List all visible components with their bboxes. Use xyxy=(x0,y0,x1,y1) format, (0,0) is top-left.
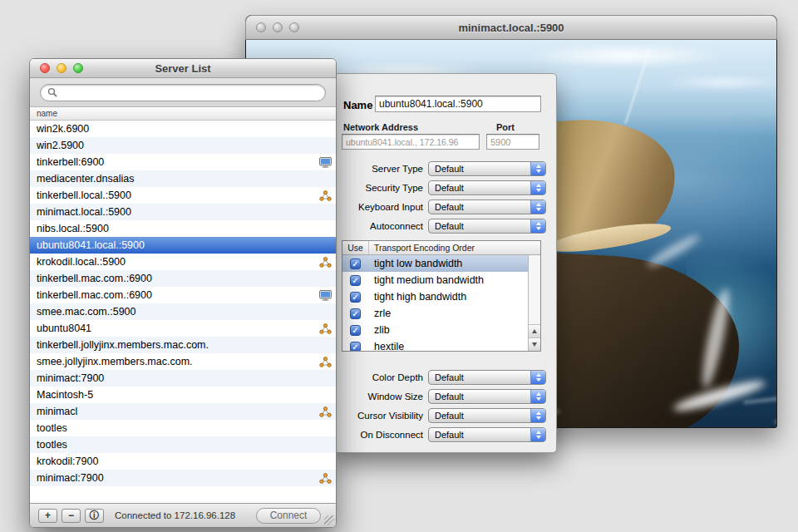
server-row[interactable]: ubuntu8041.local.:5900 xyxy=(30,237,336,254)
close-button[interactable] xyxy=(256,22,266,32)
server-row[interactable]: minimact:7900 xyxy=(30,370,336,387)
encoding-row[interactable]: tight high bandwidth xyxy=(342,288,528,305)
server-row[interactable]: tinkerbell.jollyjinx.members.mac.com. xyxy=(30,337,336,353)
close-button[interactable] xyxy=(40,63,50,73)
encodings-scrollbar[interactable] xyxy=(528,255,540,351)
popup-arrows-icon xyxy=(530,181,545,195)
popup-arrows-icon xyxy=(530,409,545,422)
server-row[interactable]: smee.mac.com.:5900 xyxy=(30,303,336,320)
encoding-label: zrle xyxy=(374,308,391,319)
zoom-button[interactable] xyxy=(73,63,83,73)
setting-label: Color Depth xyxy=(335,372,423,382)
network-address-label: Network Address xyxy=(343,122,418,132)
server-row[interactable]: Macintosh-5 xyxy=(30,387,336,403)
server-row[interactable]: smee.jollyjinx.members.mac.com. xyxy=(30,353,336,370)
server-name: minimacl:7900 xyxy=(37,472,104,484)
encoding-row[interactable]: tight low bandwidth xyxy=(342,255,528,272)
minimize-button[interactable] xyxy=(57,63,66,73)
encoding-row[interactable]: tight medium bandwidth xyxy=(342,272,528,288)
server-row[interactable]: win2.5900 xyxy=(30,137,336,154)
name-label: Name xyxy=(343,99,372,111)
popup-value: Default xyxy=(429,181,530,195)
encoding-checkbox[interactable] xyxy=(350,259,361,269)
server-row[interactable]: ubuntu8041 xyxy=(30,320,336,337)
whitecap xyxy=(743,393,776,403)
name-field[interactable] xyxy=(375,96,541,112)
server-list-toolbar: + − ⓘ Connected to 172.16.96.128 Connect xyxy=(30,503,336,527)
encoding-row[interactable]: zrle xyxy=(342,305,528,322)
server-row[interactable]: tootles xyxy=(30,420,336,436)
server-list-title: Server List xyxy=(155,62,210,75)
setting-popup[interactable]: Default xyxy=(428,370,546,385)
minimize-button[interactable] xyxy=(273,22,283,32)
setting-label: Autoconnect xyxy=(335,221,423,231)
zoom-button[interactable] xyxy=(289,22,299,32)
port-field[interactable] xyxy=(486,134,539,150)
network-address-field[interactable] xyxy=(342,134,480,150)
encoding-checkbox[interactable] xyxy=(350,308,361,319)
order-column-header: Transport Encoding Order xyxy=(369,241,540,254)
setting-popup[interactable]: Default xyxy=(428,180,546,195)
setting-popup[interactable]: Default xyxy=(428,408,546,423)
server-row[interactable]: tinkerbell.mac.com.:6900 xyxy=(30,270,336,287)
connect-button[interactable]: Connect xyxy=(256,508,321,524)
arrow-down-icon xyxy=(532,342,537,347)
popup-value: Default xyxy=(429,219,530,233)
popup-arrows-icon xyxy=(530,390,545,403)
server-row[interactable]: mediacenter.dnsalias xyxy=(30,170,336,187)
server-name: nibs.local.:5900 xyxy=(37,223,109,234)
scroll-down-button[interactable] xyxy=(529,337,540,351)
server-row[interactable]: tinkerbell.local.:5900 xyxy=(30,187,336,204)
encoding-row[interactable]: zlib xyxy=(342,322,528,338)
setting-popup[interactable]: Default xyxy=(428,200,546,214)
remove-server-button[interactable]: − xyxy=(62,509,81,523)
add-server-button[interactable]: + xyxy=(38,509,57,523)
server-row[interactable]: tinkerbell:6900 xyxy=(30,154,336,170)
settings-popups-top: Server TypeDefaultSecurity TypeDefaultKe… xyxy=(335,160,556,237)
encoding-checkbox[interactable] xyxy=(350,325,361,336)
setting-label: Cursor Visibility xyxy=(335,411,423,421)
network-icon xyxy=(319,472,332,483)
server-row[interactable]: minimact.local.:5900 xyxy=(30,204,336,220)
server-row[interactable]: minimacl:7900 xyxy=(30,470,336,486)
search-field[interactable] xyxy=(40,84,326,101)
cloud xyxy=(520,43,728,68)
setting-popup[interactable]: Default xyxy=(428,427,546,442)
encoding-checkbox[interactable] xyxy=(350,275,361,286)
server-name: ubuntu8041 xyxy=(37,323,91,334)
server-name: tinkerbell.mac.com.:6900 xyxy=(37,289,152,301)
server-row[interactable]: tootles xyxy=(30,436,336,453)
setting-popup[interactable]: Default xyxy=(428,161,546,176)
vnc-titlebar[interactable]: minimact.local.:5900 xyxy=(245,15,777,40)
network-icon xyxy=(319,356,332,367)
encoding-row[interactable]: hextile xyxy=(342,338,528,351)
encoding-checkbox[interactable] xyxy=(350,292,361,303)
server-list-window: Server List name win2k.6900win2.5900tink… xyxy=(29,58,337,528)
setting-popup[interactable]: Default xyxy=(428,219,546,234)
name-column-header[interactable]: name xyxy=(30,107,336,121)
setting-label: Security Type xyxy=(335,183,423,193)
setting-row: Security TypeDefault xyxy=(335,180,556,199)
scroll-up-button[interactable] xyxy=(529,324,540,337)
server-name: smee.mac.com.:5900 xyxy=(37,306,136,318)
info-button[interactable]: ⓘ xyxy=(85,509,104,523)
server-row[interactable]: win2k.6900 xyxy=(30,121,336,137)
setting-label: Keyboard Input xyxy=(335,202,423,212)
whitecap xyxy=(775,421,776,423)
search-input[interactable] xyxy=(62,86,318,99)
server-name: tootles xyxy=(37,439,67,451)
server-row[interactable]: tinkerbell.mac.com.:6900 xyxy=(30,287,336,303)
popup-value: Default xyxy=(429,200,530,214)
server-name: krokodil:7900 xyxy=(37,456,98,467)
server-row[interactable]: nibs.local.:5900 xyxy=(30,220,336,237)
server-row[interactable]: minimacl xyxy=(30,403,336,420)
server-row[interactable]: krokodil:7900 xyxy=(30,453,336,470)
server-row[interactable]: krokodil.local.:5900 xyxy=(30,254,336,270)
resize-grip[interactable] xyxy=(324,515,334,525)
server-name: ubuntu8041.local.:5900 xyxy=(37,239,145,251)
server-list-titlebar[interactable]: Server List xyxy=(30,59,336,78)
encoding-checkbox[interactable] xyxy=(350,342,361,352)
setting-popup[interactable]: Default xyxy=(428,389,546,404)
server-list-rows: win2k.6900win2.5900tinkerbell:6900mediac… xyxy=(30,121,336,503)
server-name: tinkerbell.jollyjinx.members.mac.com. xyxy=(37,339,209,351)
